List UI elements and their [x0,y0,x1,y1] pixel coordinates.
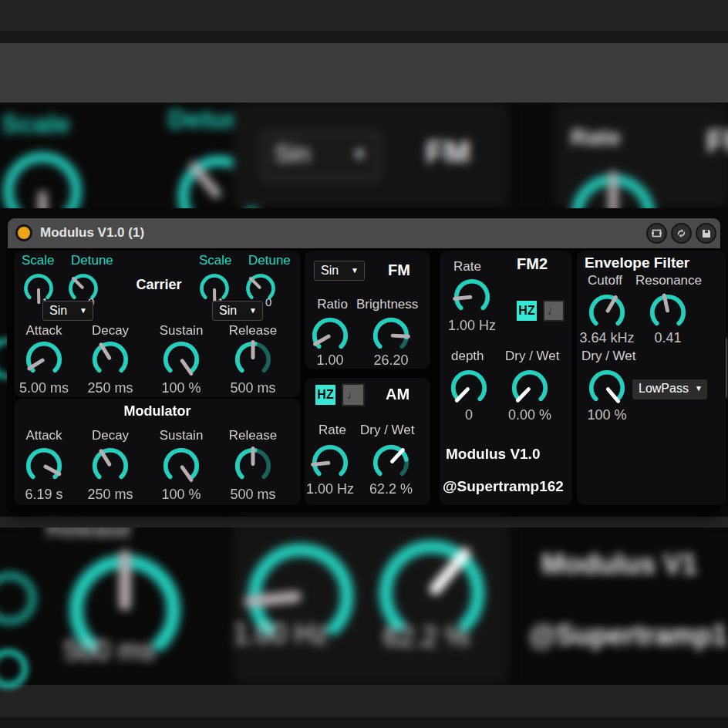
fm2-depth-value: 0 [438,407,500,423]
bg-strip-bottom-dark [0,717,728,728]
bg-strip-bottom [0,685,728,717]
fm2-depth-knob[interactable] [448,367,490,409]
cutoff-value: 3.64 kHz [576,330,638,346]
filter-drywet-value: 100 % [576,407,638,423]
carrier-decay-value: 250 ms [76,380,145,396]
bg-fm-title: FM [426,135,470,170]
bg-rate-value: 1.00 Hz [233,618,329,650]
bg-fm-panel: Sin ▼ FM [233,103,509,208]
fm-brightness-value: 26.20 [360,352,422,369]
fm2-credit-line2: @Supertramp162 [443,478,564,495]
fm-ratio-value: 1.00 [299,352,361,369]
am-rate-value: 1.00 Hz [299,481,361,497]
filter-type-dropdown[interactable]: LowPass ▼ [632,379,707,399]
fm2-drywet-knob[interactable] [509,367,551,409]
bg-rate-knob [565,167,662,208]
carrier-attack-value: 5.00 ms [9,380,79,396]
bg-strip-top [0,0,728,31]
device-modulus: Modulus V1.0 (1) [8,218,720,511]
am-rate-knob[interactable] [309,442,351,484]
bg-credit2: @Supertramp1 [529,619,727,652]
bg-wave-value: Sin [275,140,310,168]
carrier-title: Carrier [128,277,190,293]
save-preset-button[interactable] [696,223,716,244]
note-icon: ♩ [548,303,561,318]
resonance-value: 0.41 [637,330,699,346]
modulator-decay-label: Decay [76,428,145,443]
carrier-wave1-value: Sin [49,304,67,318]
fm-ratio-knob[interactable] [309,315,351,356]
fm-wave-dropdown[interactable]: Sin ▼ [314,261,365,281]
fm-panel: Sin ▼ FM Ratio Brightness 1.00 26.20 [305,251,430,369]
modulator-attack-knob[interactable] [23,445,65,487]
resonance-label: Resonance [635,273,702,288]
modulator-release-value: 500 ms [218,487,288,503]
bg-drywet-value: 62.2 % [383,621,470,653]
modulator-release-label: Release [218,428,288,443]
am-drywet-knob[interactable] [370,442,412,484]
fm2-rate-knob[interactable] [451,276,493,318]
bg-separator [0,517,728,527]
fold-button[interactable] [646,223,667,244]
device-title: Modulus V1.0 (1) [40,225,144,241]
filter-drywet-label: Dry / Wet [581,349,636,364]
am-drywet-label: Dry / Wet [360,423,415,438]
dropdown-arrow-icon: ▼ [79,306,87,315]
fm2-credit-line1: Modulus V1.0 [446,446,540,463]
fm2-hz-button[interactable]: HZ [515,299,538,322]
carrier-sustain-label: Sustain [147,323,216,339]
hot-swap-button[interactable] [671,223,692,244]
carrier-release-knob[interactable] [232,339,274,380]
carrier-wave1-dropdown[interactable]: Sin ▼ [42,301,93,321]
filter-type-value: LowPass [639,382,689,396]
bg-rate-panel: Rate [554,103,728,208]
carrier-scale1-label: Scale [22,253,55,268]
note-icon: ♩ [347,387,360,403]
envelope-filter-panel: Envelope Filter Cutoff Resonance 3.64 kH… [577,251,726,505]
filter-drywet-knob[interactable] [586,367,628,409]
bg-rate-label: Rate [571,124,621,150]
bg-scale-knob [0,146,88,208]
am-rate-label: Rate [302,423,363,438]
modulator-release-knob[interactable] [232,445,274,487]
fm-ratio-label: Ratio [302,297,363,312]
carrier-panel: Scale Detune 1 0 Carrier Scale Detune 1 … [14,251,301,397]
carrier-attack-knob[interactable] [23,339,65,380]
device-titlebar[interactable]: Modulus V1.0 (1) [8,218,720,248]
bg-ring-fragment [0,573,35,624]
device-on-toggle[interactable] [15,224,32,241]
cutoff-knob[interactable] [586,292,628,333]
carrier-wave2-value: Sin [219,304,237,318]
bg-credit1: Modulus V1 [541,548,697,581]
carrier-detune1-label: Detune [71,253,113,268]
carrier-attack-label: Attack [9,323,79,339]
fm2-title: FM2 [517,255,548,273]
screenshot-root: Scale Detune Sin ▼ FM Rate FM Release 50… [0,0,728,728]
carrier-wave2-dropdown[interactable]: Sin ▼ [212,301,263,321]
fm-brightness-knob[interactable] [370,315,412,356]
fm2-drywet-value: 0.00 % [499,407,561,423]
carrier-sustain-knob[interactable] [160,339,202,380]
modulator-decay-value: 250 ms [76,487,145,503]
modulator-sustain-label: Sustain [147,428,216,443]
carrier-release-label: Release [218,323,288,339]
dropdown-arrow-icon: ▼ [249,306,257,315]
fm2-sync-button[interactable]: ♩ [543,300,565,322]
modulator-decay-knob[interactable] [89,445,131,487]
carrier-decay-label: Decay [76,323,145,339]
bg-strip-gray [0,43,728,103]
fm-brightness-label: Brightness [356,297,418,312]
resonance-knob[interactable] [647,292,689,333]
bg-blur-top: Scale Detune Sin ▼ FM Rate FM [0,103,728,208]
modulator-sustain-knob[interactable] [160,445,202,487]
am-drywet-value: 62.2 % [360,481,422,497]
carrier-decay-knob[interactable] [89,339,131,380]
bg-strip-dark [0,31,728,43]
bg-fm-partial: FM [706,124,728,159]
fm2-panel: Rate FM2 1.00 Hz HZ ♩ depth Dry / Wet 0 … [440,251,572,505]
fm2-depth-label: depth [451,349,484,364]
am-sync-button[interactable]: ♩ [342,383,365,406]
bg-release-value: 500 ms [64,635,155,667]
bg-blur-bottom: Release 500 ms 1.00 Hz 62.2 % Modulus V1… [0,511,728,686]
am-hz-button[interactable]: HZ [314,383,337,406]
